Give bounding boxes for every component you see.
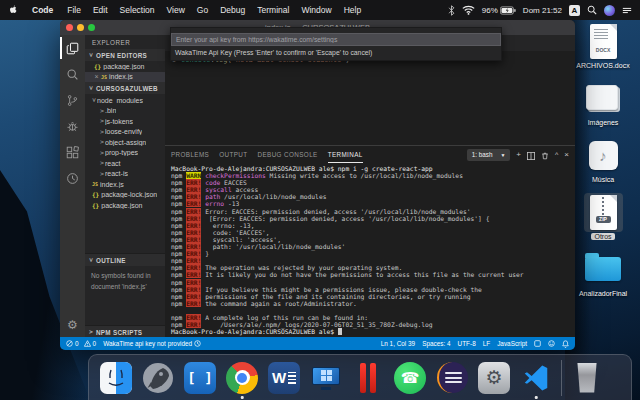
terminal-line: npm ERR! code: 'EACCES',: [171, 229, 575, 236]
dock-brackets[interactable]: [ ]: [183, 358, 217, 398]
siri-icon[interactable]: [604, 5, 615, 16]
menu-item-window[interactable]: Window: [295, 0, 337, 20]
dock-parallels[interactable]: [351, 358, 385, 398]
terminal-text: npm: [171, 236, 186, 243]
extension-square-icon[interactable]: [534, 340, 541, 347]
desktop-icon-label: Imágenes: [588, 119, 619, 126]
tree-folder-.bin[interactable]: >.bin: [85, 106, 165, 117]
cursor-position-status[interactable]: Ln 1, Col 39: [381, 340, 415, 347]
dock-vscode[interactable]: [519, 358, 553, 398]
menu-item-edit[interactable]: Edit: [87, 0, 114, 20]
tree-folder-object-assign[interactable]: >object-assign: [85, 137, 165, 148]
open-editors-header[interactable]: > OPEN EDITORS: [85, 49, 165, 61]
dock-eclipse[interactable]: [435, 358, 469, 398]
npm-scripts-section-header[interactable]: > NPM SCRIPTS: [85, 326, 165, 337]
tree-folder-loose-envify[interactable]: >loose-envify: [85, 127, 165, 138]
notification-center-icon[interactable]: [622, 6, 632, 15]
battery-icon[interactable]: [500, 6, 516, 15]
screen: Code FileEditSelectionViewGoDebugTermina…: [0, 0, 640, 400]
terminal-shell-selector[interactable]: 1: bash ▼: [467, 149, 511, 161]
wifi-icon[interactable]: [462, 5, 475, 15]
project-section-header[interactable]: > CURSOSAZULWEB: [85, 82, 165, 94]
tree-file-package.json[interactable]: {}package.json: [85, 200, 165, 211]
tree-folder-js-tokens[interactable]: >js-tokens: [85, 116, 165, 127]
split-terminal-icon[interactable]: [527, 146, 535, 164]
terminal-text: ERR!: [186, 271, 201, 278]
menu-item-terminal[interactable]: Terminal: [251, 0, 295, 20]
dock-finder[interactable]: [99, 358, 133, 398]
battery-percentage[interactable]: 96%: [482, 6, 498, 15]
tree-folder-react[interactable]: >react: [85, 158, 165, 169]
tree-folder-node_modules[interactable]: >node_modules: [85, 95, 165, 106]
menu-item-go[interactable]: Go: [191, 0, 214, 20]
tree-file-package-lock.json[interactable]: {}package-lock.json: [85, 190, 165, 201]
dock-word[interactable]: W: [267, 358, 301, 398]
terminal-text: ERR!: [186, 250, 201, 257]
tree-folder-prop-types[interactable]: >prop-types: [85, 148, 165, 159]
icon-art: [585, 250, 621, 288]
dock-launchpad[interactable]: [141, 358, 175, 398]
dock-chrome[interactable]: [225, 358, 259, 398]
terminal-line: MacBook-Pro-de-Alejandra:CURSOSAZULWEB a…: [171, 328, 575, 335]
code-editor[interactable]: 1 console.log("hola azul school students…: [165, 51, 575, 145]
close-editor-icon[interactable]: ×: [93, 73, 100, 80]
chevron-down-icon: >: [87, 85, 95, 91]
dock-trash[interactable]: [570, 358, 604, 398]
dock-system-preferences[interactable]: ⚙: [477, 358, 511, 398]
notifications-bell-icon[interactable]: [562, 340, 569, 348]
panel-tab-problems[interactable]: PROBLEMS: [171, 146, 209, 163]
activity-extensions-icon[interactable]: [60, 139, 85, 165]
menu-item-help[interactable]: Help: [338, 0, 367, 20]
activity-search-icon[interactable]: [60, 61, 85, 87]
activity-source-control-icon[interactable]: [60, 87, 85, 113]
tree-folder-react-is[interactable]: >react-is: [85, 169, 165, 180]
activity-explorer-icon[interactable]: [60, 35, 85, 61]
desktop-icon-AnalizadorFinal[interactable]: AnalizadorFinal: [570, 250, 636, 297]
kill-terminal-trash-icon[interactable]: [541, 146, 549, 164]
desktop-icon-ARCHIVOS.docx[interactable]: DOCXARCHIVOS.docx: [570, 22, 636, 69]
outline-section-header[interactable]: > OUTLINE: [85, 254, 165, 266]
dock-remote-desktop[interactable]: [309, 358, 343, 398]
wakatime-status[interactable]: WakaTime api key not provided: [103, 340, 201, 347]
indentation-status[interactable]: Spaces: 4: [422, 340, 450, 347]
desktop-icon-Otros[interactable]: ZIPOtros: [570, 193, 636, 240]
terminal-text: ERR!: [186, 222, 201, 229]
spotlight-search-icon[interactable]: [587, 5, 597, 15]
open-editor-package.json[interactable]: {}package.json: [85, 61, 165, 72]
activity-wakatime-clock-icon[interactable]: [60, 165, 85, 191]
menu-item-view[interactable]: View: [161, 0, 191, 20]
menu-item-file[interactable]: File: [61, 0, 87, 20]
problems-status[interactable]: 0 0: [66, 340, 96, 347]
tree-file-index.js[interactable]: JSindex.js: [85, 179, 165, 190]
menu-clock[interactable]: Dom 21:52: [523, 6, 562, 15]
menu-item-debug[interactable]: Debug: [214, 0, 251, 20]
terminal-line: npm ERR! path: '/usr/local/lib/node_modu…: [171, 243, 575, 250]
bluetooth-icon[interactable]: [448, 5, 455, 16]
menu-item-selection[interactable]: Selection: [114, 0, 161, 20]
panel-tab-debug-console[interactable]: DEBUG CONSOLE: [258, 146, 318, 163]
settings-gear-icon[interactable]: ⚙: [60, 313, 85, 337]
desktop-icon-Música[interactable]: ♪Música: [570, 136, 636, 183]
file-name: index.js: [109, 73, 133, 80]
new-terminal-icon[interactable]: +: [516, 151, 521, 159]
panel-tab-terminal[interactable]: TERMINAL: [328, 146, 363, 163]
menu-app-name[interactable]: Code: [26, 0, 59, 20]
close-panel-icon[interactable]: ×: [564, 151, 569, 159]
api-key-input[interactable]: [171, 33, 501, 46]
terminal-output[interactable]: MacBook-Pro-de-Alejandra:CURSOSAZULWEB a…: [165, 163, 575, 337]
apple-menu-icon[interactable]: [8, 4, 18, 16]
language-mode-status[interactable]: JavaScript: [497, 340, 527, 347]
desktop-icon-Imágenes[interactable]: Imágenes: [570, 79, 636, 126]
json-file-icon: {}: [92, 202, 99, 209]
dock: [ ]W☎⚙: [88, 354, 632, 400]
icon-art: ♪: [589, 136, 618, 174]
panel-tab-output[interactable]: OUTPUT: [219, 146, 247, 163]
encoding-status[interactable]: UTF-8: [458, 340, 476, 347]
eol-status[interactable]: LF: [483, 340, 490, 347]
activity-debug-icon[interactable]: [60, 113, 85, 139]
open-editor-index.js[interactable]: ×JSindex.js: [85, 72, 165, 83]
feedback-smiley-icon[interactable]: [548, 340, 555, 347]
input-source-icon[interactable]: A: [569, 5, 580, 16]
dock-whatsapp[interactable]: ☎: [393, 358, 427, 398]
maximize-panel-icon[interactable]: ^: [555, 151, 558, 158]
